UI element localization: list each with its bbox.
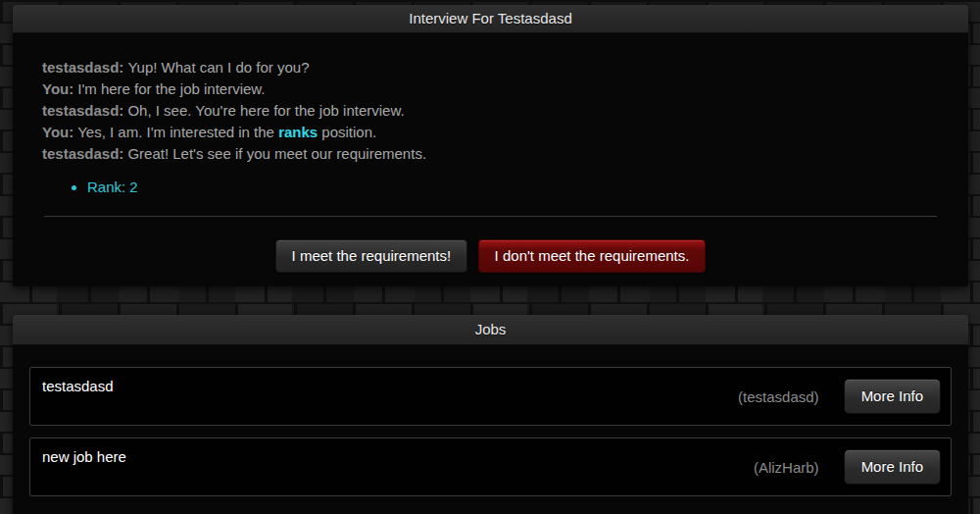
job-card: new job here (AlizHarb) More Info (29, 437, 952, 496)
chat-line: You:I'm here for the job interview. (42, 78, 939, 100)
chat-speaker: testasdasd: (42, 145, 123, 162)
chat-line: testasdasd:Yup! What can I do for you? (42, 57, 939, 78)
job-owner: (testasdasd) (738, 388, 819, 405)
job-card-actions: (AlizHarb) More Info (754, 449, 941, 485)
job-card: testasdasd (testasdasd) More Info (29, 367, 952, 426)
chat-message: I'm here for the job interview. (77, 80, 265, 97)
interview-button-row: I meet the requirements! I don't meet th… (42, 239, 939, 273)
requirement-item-rank: Rank: 2 (87, 177, 939, 198)
job-card-actions: (testasdasd) More Info (738, 379, 941, 414)
job-owner: (AlizHarb) (754, 459, 819, 476)
chat-transcript: testasdasd:Yup! What can I do for you? Y… (42, 57, 939, 165)
more-info-button[interactable]: More Info (844, 449, 941, 485)
requirements-list: Rank: 2 (42, 177, 939, 198)
more-info-button[interactable]: More Info (844, 379, 941, 414)
interview-panel-body: testasdasd:Yup! What can I do for you? Y… (13, 33, 968, 286)
chat-line: You:Yes, I am. I'm interested in the ran… (42, 122, 939, 143)
divider (44, 216, 937, 217)
chat-message-post: position. (318, 124, 376, 140)
chat-speaker: testasdasd: (42, 59, 123, 76)
chat-message: Great! Let's see if you meet our require… (127, 145, 426, 162)
ranks-position-highlight: ranks (278, 124, 318, 140)
chat-speaker: testasdasd: (42, 102, 123, 119)
interview-panel: Interview For Testasdasd testasdasd:Yup!… (13, 5, 968, 286)
chat-message: Oh, I see. You're here for the job inter… (127, 102, 404, 119)
jobs-panel-body: testasdasd (testasdasd) More Info new jo… (13, 345, 968, 514)
chat-line: testasdasd:Great! Let's see if you meet … (42, 143, 939, 165)
chat-speaker: You: (42, 80, 74, 97)
chat-speaker: You: (42, 124, 74, 140)
jobs-panel-title: Jobs (13, 315, 968, 345)
meet-requirements-button[interactable]: I meet the requirements! (275, 239, 468, 273)
jobs-panel: Jobs testasdasd (testasdasd) More Info n… (13, 315, 968, 514)
interview-panel-title: Interview For Testasdasd (13, 5, 968, 33)
brick-background: { "interview": { "title": "Interview For… (0, 0, 980, 514)
chat-line: testasdasd:Oh, I see. You're here for th… (42, 100, 939, 122)
chat-message: Yes, I am. I'm interested in the ranks p… (77, 124, 376, 140)
chat-message: Yup! What can I do for you? (127, 59, 309, 76)
chat-message-pre: Yes, I am. I'm interested in the (77, 124, 278, 140)
dont-meet-requirements-button[interactable]: I don't meet the requirements. (478, 239, 707, 273)
